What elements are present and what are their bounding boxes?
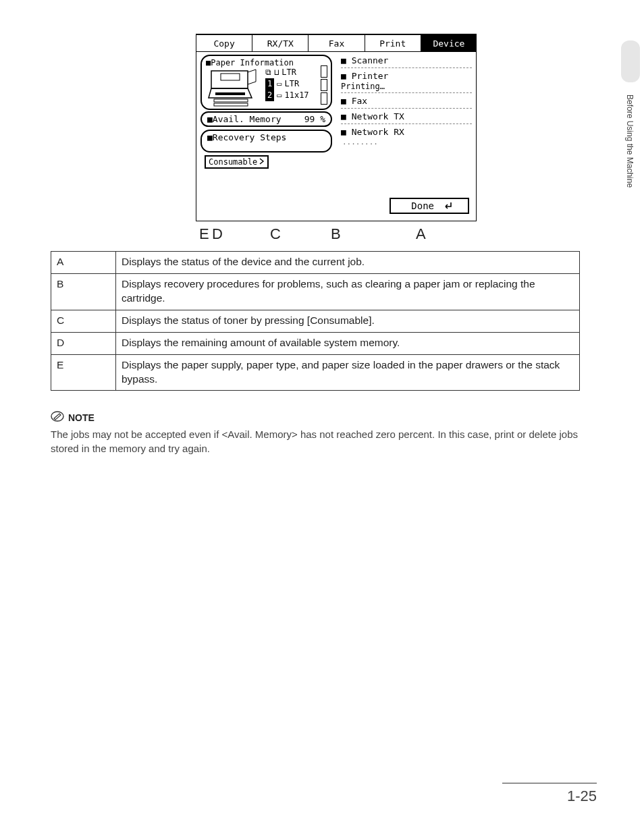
bypass-orient-icon: ⊔ — [274, 67, 279, 78]
ref-key: C — [51, 310, 116, 332]
consumable-button[interactable]: Consumable — [205, 155, 269, 169]
recovery-steps-panel: ■Recovery Steps — [200, 130, 332, 153]
avail-memory-label: ■Avail. Memory — [207, 114, 281, 124]
callout-D: D — [212, 225, 223, 243]
tab-copy[interactable]: Copy — [196, 34, 252, 52]
table-row: C Displays the status of toner by pressi… — [51, 310, 580, 332]
page-footer: 1-25 — [502, 783, 597, 805]
table-row: D Displays the remaining amount of avail… — [51, 332, 580, 354]
enter-icon — [442, 201, 453, 211]
chevron-right-icon — [259, 157, 265, 167]
recovery-steps-label: ■Recovery Steps — [207, 132, 286, 142]
consumable-label: Consumable — [209, 157, 257, 167]
done-button[interactable]: Done — [390, 198, 469, 214]
pencil-icon — [51, 411, 64, 424]
tab-device-label: Device — [433, 38, 464, 49]
svg-rect-3 — [214, 103, 248, 106]
device-screen-figure: Copy RX/TX Fax Print Device ■Paper Infor… — [196, 34, 477, 246]
paper-source-drawer2: 2 ▭ 11x17 — [265, 90, 309, 101]
ref-text: Displays the paper supply, paper type, a… — [116, 354, 580, 391]
ref-text: Displays the status of toner by pressing… — [116, 310, 580, 332]
status-printer-sub: Printing… — [341, 82, 472, 91]
svg-point-5 — [51, 412, 63, 421]
printer-icon — [207, 67, 260, 107]
paper-information-panel: ■Paper Information ⧉ — [200, 55, 332, 110]
device-status-list: ■ Scanner ■ Printer Printing… ■ Fax ■ Ne… — [337, 52, 476, 194]
gauge-icon — [321, 79, 327, 91]
tab-print-label: Print — [379, 38, 406, 49]
drawer2-orient-icon: ▭ — [277, 90, 281, 101]
paper-source-bypass: ⧉ ⊔ LTR — [265, 67, 309, 78]
status-printer: ■ Printer — [341, 70, 472, 82]
paper-source-drawer1: 1 ▭ LTR — [265, 78, 309, 90]
drawer2-slot-icon: 2 — [265, 90, 274, 101]
tab-rxtx[interactable]: RX/TX — [252, 34, 308, 52]
svg-rect-2 — [214, 99, 248, 102]
callout-C: C — [270, 225, 281, 243]
page-number: 1-25 — [502, 788, 597, 805]
drawer1-size: LTR — [284, 78, 299, 90]
bypass-slot-icon: ⧉ — [265, 67, 271, 78]
status-scanner: ■ Scanner — [341, 55, 472, 66]
callout-B: B — [331, 225, 342, 243]
tab-fax-label: Fax — [329, 38, 344, 49]
callout-reference-table: A Displays the status of the device and … — [51, 251, 580, 391]
drawer2-size: 11x17 — [284, 90, 308, 101]
svg-rect-4 — [221, 74, 240, 80]
callout-labels: E D C B A — [196, 221, 477, 246]
note-block: NOTE The jobs may not be accepted even i… — [51, 411, 597, 456]
tab-copy-label: Copy — [213, 38, 234, 49]
status-more-dots: ........ — [341, 138, 472, 146]
screen-tabs: Copy RX/TX Fax Print Device — [196, 34, 476, 52]
gauge-icon — [321, 92, 327, 105]
paper-info-title: ■Paper Information — [206, 58, 327, 67]
ref-key: B — [51, 273, 116, 310]
tab-print[interactable]: Print — [365, 34, 421, 52]
paper-source-list: ⧉ ⊔ LTR 1 ▭ LTR 2 ▭ — [265, 67, 309, 101]
ref-text: Displays recovery procedures for problem… — [116, 273, 580, 310]
table-row: A Displays the status of the device and … — [51, 252, 580, 274]
device-screen: Copy RX/TX Fax Print Device ■Paper Infor… — [196, 34, 477, 221]
callout-A: A — [416, 225, 427, 243]
avail-memory-value: 99 % — [304, 114, 325, 124]
gauge-icon — [321, 65, 327, 78]
done-label: Done — [411, 200, 434, 211]
paper-level-gauges — [321, 65, 327, 105]
status-network-rx: ■ Network RX — [341, 126, 472, 138]
status-network-tx: ■ Network TX — [341, 111, 472, 122]
tab-fax[interactable]: Fax — [308, 34, 365, 52]
tab-rxtx-label: RX/TX — [267, 38, 294, 49]
ref-text: Displays the status of the device and th… — [116, 252, 580, 274]
drawer1-orient-icon: ▭ — [277, 78, 281, 90]
callout-E: E — [199, 225, 210, 243]
table-row: E Displays the paper supply, paper type,… — [51, 354, 580, 391]
bypass-size: LTR — [281, 67, 296, 78]
available-memory-panel: ■Avail. Memory 99 % — [200, 111, 332, 127]
svg-rect-1 — [215, 92, 245, 95]
ref-key: A — [51, 252, 116, 274]
table-row: B Displays recovery procedures for probl… — [51, 273, 580, 310]
ref-key: D — [51, 332, 116, 354]
tab-device[interactable]: Device — [421, 34, 477, 52]
status-fax: ■ Fax — [341, 95, 472, 107]
note-label: NOTE — [68, 412, 95, 423]
ref-text: Displays the remaining amount of availab… — [116, 332, 580, 354]
drawer1-slot-icon: 1 — [265, 78, 274, 90]
ref-key: E — [51, 354, 116, 391]
note-text: The jobs may not be accepted even if <Av… — [51, 428, 597, 456]
